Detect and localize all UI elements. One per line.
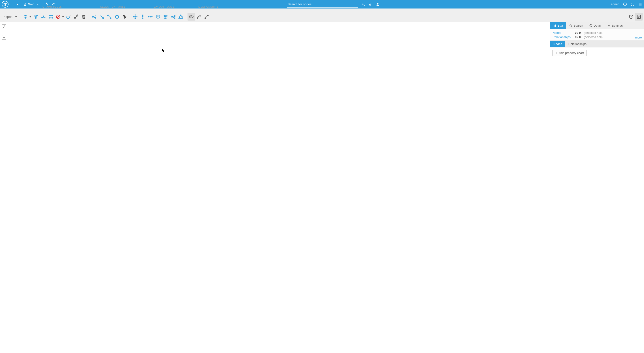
radial-layout-button[interactable] [131,13,139,20]
app-logo[interactable] [2,1,8,8]
svg-point-63 [180,15,181,16]
hex-layout-button[interactable] [154,13,162,20]
svg-point-29 [110,18,111,18]
tab-stat[interactable]: Stat [550,22,566,29]
select-path-out-button[interactable] [98,13,106,20]
svg-point-36 [137,16,138,17]
tab-settings-label: Settings [612,24,623,27]
user-label[interactable]: admin [611,2,620,6]
svg-point-80 [570,24,571,26]
svg-point-30 [116,15,118,18]
info-icon[interactable] [623,2,627,6]
gear-icon [608,24,610,27]
svg-point-32 [135,16,136,18]
add-node-button[interactable] [65,13,72,20]
tree-layout-button[interactable] [177,13,184,20]
grid-nodes-button[interactable] [47,13,55,20]
svg-point-3 [362,3,364,5]
stat-nodes-row: Nodes 0 / 0 (selected / all) [552,31,642,35]
svg-point-48 [156,17,157,18]
delete-button[interactable] [80,13,88,20]
plus-icon: + [556,51,557,54]
svg-point-67 [180,18,180,19]
undo-icon[interactable] [44,2,48,6]
svg-point-58 [167,18,168,18]
stat-relationships-label[interactable]: Relationships [552,35,575,39]
expand-charts-button[interactable]: + [638,42,644,46]
panel-toggle-button[interactable] [635,13,643,20]
stat-summary: Nodes 0 / 0 (selected / all) Relationshi… [550,29,644,40]
add-property-chart-button[interactable]: + Add property chart [552,50,587,56]
zoom-out-tool[interactable]: − [2,35,6,40]
svg-rect-79 [556,24,556,27]
svg-point-54 [165,16,166,17]
svg-point-16 [52,15,52,16]
svg-point-51 [165,15,166,16]
toolbar-row: Export [0,12,644,22]
graph-logo-icon [3,2,7,6]
svg-point-56 [164,18,165,18]
rel-all-button[interactable] [188,13,195,20]
svg-point-10 [35,18,36,18]
svg-point-82 [609,25,610,26]
svg-point-66 [179,18,180,19]
horizontal-layout-button[interactable] [146,13,154,20]
expand-node-button[interactable] [32,13,40,20]
rel-curve-button[interactable] [195,13,203,20]
zoom-in-tool[interactable]: + [2,30,6,34]
layout-tools-group [131,13,184,20]
fit-tool[interactable] [2,24,6,29]
select-loop-button[interactable] [113,13,121,20]
svg-point-61 [174,16,176,17]
subtab-relationships[interactable]: Relationships [565,41,590,47]
search-action-icons [362,2,380,6]
topbar-right: admin [611,2,642,6]
side-panel-subtabs: Nodes Relationships − + [550,40,644,48]
svg-point-33 [135,15,136,16]
info-icon [590,24,592,27]
svg-point-35 [133,16,134,17]
collapse-node-button[interactable] [40,13,47,20]
tab-search[interactable]: Search [566,22,586,29]
rel-line-button[interactable] [203,13,210,20]
app-menu[interactable]: ... [10,2,20,6]
fullscreen-icon[interactable] [630,2,634,6]
center-layout-button[interactable] [22,13,32,20]
add-chart-label: Add property chart [559,51,584,54]
tab-settings[interactable]: Settings [604,22,626,29]
add-relationship-button[interactable] [72,13,80,20]
branch-layout-button[interactable] [170,13,177,20]
selection-tools-group [90,13,128,20]
upload-icon[interactable] [376,2,380,6]
select-path-in-button[interactable] [106,13,113,20]
stat-nodes-label[interactable]: Nodes [552,31,575,34]
vertical-layout-button[interactable] [139,13,146,20]
top-bar: ... SAVE admin [0,0,644,8]
export-button[interactable]: Export [1,12,19,22]
grid-layout-button[interactable] [162,13,170,20]
hide-button[interactable] [55,13,65,20]
tab-detail[interactable]: Detail [586,22,604,29]
gears-icon[interactable] [368,2,372,6]
hamburger-icon[interactable] [638,2,642,6]
history-button[interactable] [628,13,635,20]
select-connected-button[interactable] [90,13,98,20]
svg-point-34 [135,18,136,19]
svg-point-62 [174,18,176,18]
subtab-nodes[interactable]: Nodes [550,41,565,47]
redo-icon[interactable] [52,2,56,6]
more-link[interactable]: more [635,36,642,39]
search-input[interactable] [287,1,358,8]
save-button[interactable]: SAVE [21,2,41,6]
topbar-center [56,1,611,8]
collapse-charts-button[interactable]: − [632,42,638,46]
svg-point-24 [95,15,96,16]
svg-rect-78 [554,25,555,26]
graph-canvas[interactable]: + − [0,22,550,353]
graph-tools-group [22,13,88,20]
search-icon[interactable] [362,2,366,6]
deselect-button[interactable] [121,13,128,20]
svg-point-17 [50,18,50,18]
svg-point-41 [150,16,151,17]
svg-point-11 [43,15,44,16]
